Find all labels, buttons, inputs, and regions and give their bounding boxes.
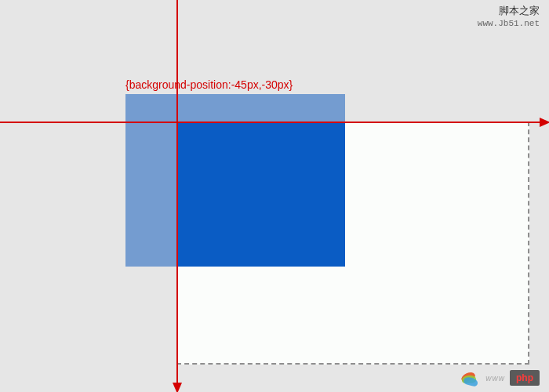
footer-logo: www php (451, 370, 540, 386)
x-axis (0, 122, 549, 123)
sprite-visible-rect (176, 122, 345, 267)
y-axis-arrow-icon (173, 383, 182, 392)
css-label: {background-position:-45px,-30px} (125, 78, 293, 91)
watermark: 脚本之家 www.Jb51.net (478, 5, 540, 29)
watermark-site-name: 脚本之家 (478, 5, 540, 18)
php-badge: php (510, 370, 540, 386)
watermark-url: www.Jb51.net (478, 18, 540, 29)
y-axis (176, 0, 178, 392)
wings-icon (451, 370, 482, 386)
logo-www: www (485, 374, 505, 383)
x-axis-arrow-icon (540, 118, 549, 127)
php-text: php (516, 372, 533, 383)
